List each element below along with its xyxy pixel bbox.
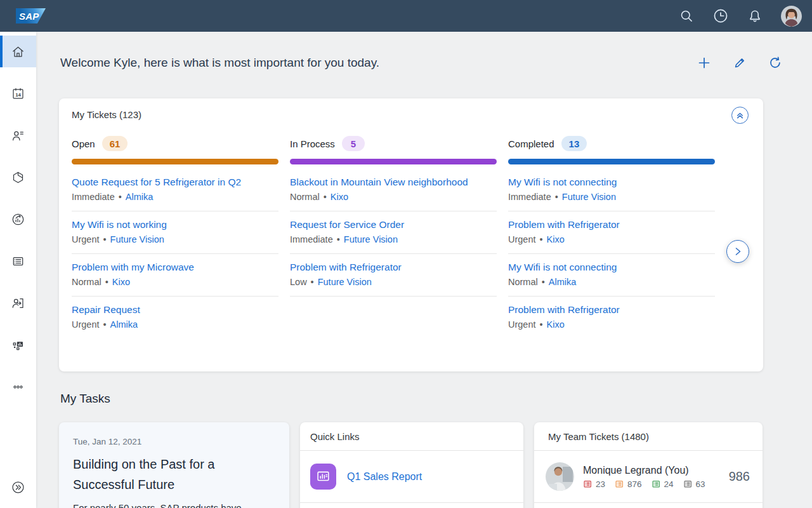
ticket-account-link[interactable]: Future Vision [318, 277, 372, 287]
ticket-subline: Low•Future Vision [290, 277, 497, 287]
ticket-title-link[interactable]: Problem with Refrigerator [508, 219, 715, 231]
bullet-separator: • [540, 234, 543, 244]
status-bar [72, 159, 278, 164]
status-row: In Process 5 [290, 135, 497, 152]
ticket-subline: Urgent•Future Vision [72, 234, 278, 244]
ticket-count-icon [683, 479, 693, 489]
ticket-count-value: 23 [596, 479, 605, 489]
ticket-subline: Urgent•Almika [72, 319, 278, 330]
sidebar-item-visits[interactable] [0, 287, 36, 319]
sidebar-item-contacts[interactable] [0, 119, 36, 151]
status-count-badge: 13 [561, 136, 587, 151]
bullet-separator: • [324, 192, 327, 202]
member-total-count: 986 [729, 469, 750, 484]
contacts-icon [11, 128, 25, 143]
ticket-item: My Wifi is not connecting Immediate•Futu… [508, 169, 715, 211]
welcome-actions [697, 55, 783, 70]
scroll-right-button[interactable] [726, 240, 749, 263]
ticket-account-link[interactable]: Kixo [112, 277, 130, 287]
status-label: Open [72, 138, 95, 149]
news-title: Building on the Past for a Successful Fu… [73, 454, 275, 495]
ticket-account-link[interactable]: Future Vision [344, 234, 398, 244]
ticket-account-link[interactable]: Kixo [547, 234, 565, 244]
quick-link-item[interactable]: Q1 Sales Report [300, 451, 523, 503]
ticket-title-link[interactable]: Problem with my Microwave [72, 262, 278, 273]
ticket-account-link[interactable]: Almika [549, 277, 577, 287]
user-avatar[interactable] [781, 6, 802, 27]
team-member-row[interactable]: Monique Legrand (You) 23 876 [534, 451, 763, 503]
my-tasks-cards: Tue, Jan 12, 2021 Building on the Past f… [59, 422, 812, 508]
news-date: Tue, Jan 12, 2021 [73, 437, 275, 446]
shell-bar: SAP [0, 0, 812, 32]
ticket-title-link[interactable]: My Wifi is not working [72, 219, 278, 231]
ticket-account-link[interactable]: Almika [110, 319, 138, 330]
sap-logo[interactable]: SAP [16, 8, 46, 23]
edit-button[interactable] [733, 56, 747, 70]
ticket-account-link[interactable]: Kixo [547, 319, 565, 330]
collapse-card-icon [735, 110, 745, 121]
ticket-subline: Immediate•Future Vision [290, 234, 497, 244]
ticket-title-link[interactable]: Problem with Refrigerator [290, 262, 497, 273]
sidebar-item-analytics[interactable] [0, 329, 36, 361]
member-avatar-image [546, 462, 574, 491]
sidebar-item-home[interactable] [0, 36, 36, 67]
ticket-subline: Urgent•Kixo [508, 319, 715, 330]
ticket-title-link[interactable]: Request for Service Order [290, 219, 497, 231]
clock-icon [712, 8, 729, 24]
ticket-priority: Urgent [72, 234, 100, 244]
ticket-priority: Urgent [508, 234, 536, 244]
sidebar-spacer [0, 413, 36, 471]
shell-actions [679, 6, 802, 27]
ticket-item: My Wifi is not connecting Normal•Almika [508, 254, 715, 297]
sidebar-item-calendar[interactable]: 14 [0, 77, 36, 109]
ticket-account-link[interactable]: Future Vision [562, 192, 616, 202]
ticket-title-link[interactable]: Blackout in Mountain View neighborhood [290, 177, 497, 188]
quick-links-title: Quick Links [300, 422, 523, 451]
my-tickets-card: My Tickets (123) Open 61 Quote Requ [59, 98, 763, 371]
ticket-priority: Normal [290, 192, 320, 202]
refresh-icon [768, 55, 783, 70]
ticket-account-link[interactable]: Almika [126, 192, 154, 202]
bullet-separator: • [542, 277, 545, 287]
tickets-column-in-process: In Process 5 Blackout in Mountain View n… [290, 135, 497, 338]
welcome-row: Welcome Kyle, here is what is most impor… [36, 32, 812, 94]
svg-text:14: 14 [15, 91, 21, 97]
user-avatar-image [781, 6, 802, 27]
sidebar-item-more[interactable] [0, 371, 36, 403]
ticket-title-link[interactable]: My Wifi is not connecting [508, 262, 715, 273]
quick-links-card: Quick Links Q1 Sales Report [300, 422, 523, 508]
ticket-count-value: 876 [627, 479, 642, 489]
ticket-priority: Normal [72, 277, 102, 287]
add-button[interactable] [697, 55, 712, 70]
ticket-account-link[interactable]: Future Vision [110, 234, 164, 244]
ticket-account-link[interactable]: Kixo [331, 192, 348, 202]
ticket-title-link[interactable]: My Wifi is not connecting [508, 177, 715, 188]
search-button[interactable] [679, 8, 694, 23]
status-bar [508, 159, 715, 164]
sidebar-item-products[interactable] [0, 161, 36, 193]
ticket-priority: Immediate [290, 234, 333, 244]
bullet-separator: • [119, 192, 122, 202]
time-button[interactable] [712, 8, 729, 24]
news-card[interactable]: Tue, Jan 12, 2021 Building on the Past f… [59, 422, 289, 508]
ticket-subline: Immediate•Almika [72, 192, 278, 202]
news-excerpt: For nearly 50 years, SAP products have [73, 502, 275, 508]
ticket-count-red: 23 [583, 479, 605, 489]
sidebar-item-marketing[interactable] [0, 203, 36, 235]
sidebar-item-service-orders[interactable] [0, 245, 36, 277]
ticket-title-link[interactable]: Quote Request for 5 Refrigerator in Q2 [72, 177, 278, 188]
sidebar-expand-button[interactable] [0, 471, 36, 503]
ticket-count-value: 24 [664, 479, 674, 489]
quick-link-label[interactable]: Q1 Sales Report [347, 471, 422, 483]
notifications-button[interactable] [747, 8, 763, 23]
tickets-column-completed: Completed 13 My Wifi is not connecting I… [508, 135, 715, 338]
chevron-right-icon [732, 246, 743, 257]
ticket-title-link[interactable]: Repair Request [72, 304, 278, 316]
collapse-card-button[interactable] [731, 107, 749, 124]
search-icon [679, 8, 694, 23]
refresh-button[interactable] [768, 55, 783, 70]
ticket-list: My Wifi is not connecting Immediate•Futu… [508, 169, 715, 338]
ticket-title-link[interactable]: Problem with Refrigerator [508, 304, 715, 316]
bullet-separator: • [105, 277, 108, 287]
visits-icon [11, 296, 25, 311]
